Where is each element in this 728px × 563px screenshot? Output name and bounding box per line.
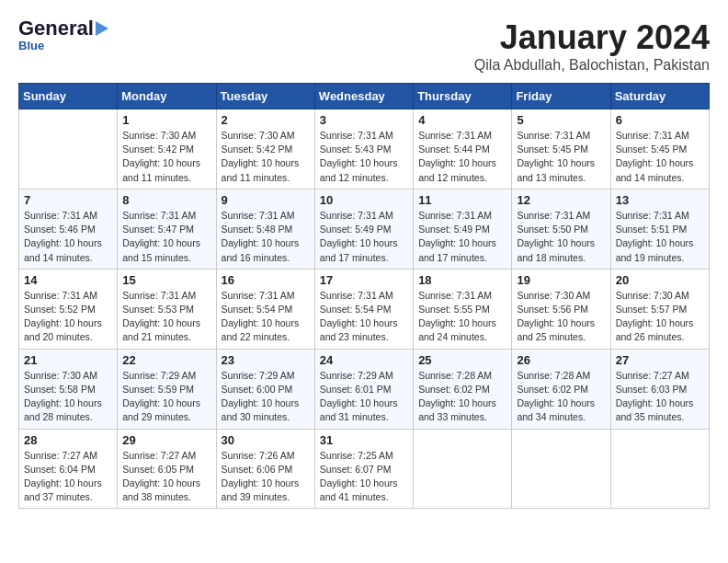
calendar-cell: 2Sunrise: 7:30 AM Sunset: 5:42 PM Daylig… [216,109,314,190]
day-number: 2 [222,113,310,127]
calendar-cell: 16Sunrise: 7:31 AM Sunset: 5:54 PM Dayli… [216,269,314,349]
day-info: Sunrise: 7:30 AM Sunset: 5:42 PM Dayligh… [122,129,210,185]
logo-text: General [18,18,94,39]
calendar-cell: 4Sunrise: 7:31 AM Sunset: 5:44 PM Daylig… [414,109,512,190]
calendar-cell: 27Sunrise: 7:27 AM Sunset: 6:03 PM Dayli… [610,349,709,429]
day-number: 27 [616,353,704,367]
calendar-week-row: 7Sunrise: 7:31 AM Sunset: 5:46 PM Daylig… [19,189,710,269]
day-number: 10 [320,193,408,207]
day-number: 18 [418,273,506,287]
header-friday: Friday [512,84,610,109]
day-info: Sunrise: 7:29 AM Sunset: 5:59 PM Dayligh… [122,369,210,425]
day-info: Sunrise: 7:30 AM Sunset: 5:58 PM Dayligh… [24,369,112,425]
day-number: 14 [24,273,112,287]
day-info: Sunrise: 7:31 AM Sunset: 5:51 PM Dayligh… [616,209,704,265]
day-info: Sunrise: 7:31 AM Sunset: 5:49 PM Dayligh… [320,209,408,265]
day-number: 22 [122,353,210,367]
day-info: Sunrise: 7:31 AM Sunset: 5:50 PM Dayligh… [517,209,605,265]
day-number: 9 [222,193,310,207]
day-number: 5 [517,113,605,127]
calendar-subtitle: Qila Abdullah, Balochistan, Pakistan [474,57,710,74]
day-info: Sunrise: 7:31 AM Sunset: 5:54 PM Dayligh… [320,289,408,345]
day-number: 11 [418,193,506,207]
day-info: Sunrise: 7:27 AM Sunset: 6:03 PM Dayligh… [616,369,704,425]
calendar-cell: 12Sunrise: 7:31 AM Sunset: 5:50 PM Dayli… [512,189,610,269]
day-number: 29 [122,433,210,447]
day-number: 23 [222,353,310,367]
day-number: 13 [616,193,704,207]
day-info: Sunrise: 7:27 AM Sunset: 6:04 PM Dayligh… [24,449,112,505]
header-tuesday: Tuesday [216,84,314,109]
day-number: 12 [517,193,605,207]
day-info: Sunrise: 7:27 AM Sunset: 6:05 PM Dayligh… [122,449,210,505]
header-saturday: Saturday [610,84,709,109]
calendar-cell: 24Sunrise: 7:29 AM Sunset: 6:01 PM Dayli… [314,349,413,429]
day-info: Sunrise: 7:31 AM Sunset: 5:43 PM Dayligh… [320,129,408,185]
calendar-title: January 2024 [474,18,710,57]
calendar-cell: 31Sunrise: 7:25 AM Sunset: 6:07 PM Dayli… [314,429,413,509]
calendar-cell: 7Sunrise: 7:31 AM Sunset: 5:46 PM Daylig… [19,189,118,269]
day-info: Sunrise: 7:31 AM Sunset: 5:45 PM Dayligh… [517,129,605,185]
calendar-cell [19,109,118,190]
calendar-cell [610,429,709,509]
calendar-cell: 17Sunrise: 7:31 AM Sunset: 5:54 PM Dayli… [314,269,413,349]
calendar-header-row: SundayMondayTuesdayWednesdayThursdayFrid… [19,84,710,109]
day-info: Sunrise: 7:30 AM Sunset: 5:42 PM Dayligh… [222,129,310,185]
day-number: 30 [222,433,310,447]
day-number: 26 [517,353,605,367]
day-info: Sunrise: 7:31 AM Sunset: 5:48 PM Dayligh… [222,209,310,265]
calendar-week-row: 21Sunrise: 7:30 AM Sunset: 5:58 PM Dayli… [19,349,710,429]
day-info: Sunrise: 7:31 AM Sunset: 5:54 PM Dayligh… [222,289,310,345]
calendar-cell: 9Sunrise: 7:31 AM Sunset: 5:48 PM Daylig… [216,189,314,269]
logo: General Blue [18,18,108,52]
calendar-cell: 23Sunrise: 7:29 AM Sunset: 6:00 PM Dayli… [216,349,314,429]
day-number: 15 [122,273,210,287]
header-monday: Monday [118,84,216,109]
calendar-cell: 5Sunrise: 7:31 AM Sunset: 5:45 PM Daylig… [512,109,610,190]
calendar-week-row: 1Sunrise: 7:30 AM Sunset: 5:42 PM Daylig… [19,109,710,190]
calendar-cell: 13Sunrise: 7:31 AM Sunset: 5:51 PM Dayli… [610,189,709,269]
day-info: Sunrise: 7:31 AM Sunset: 5:53 PM Dayligh… [122,289,210,345]
calendar-week-row: 14Sunrise: 7:31 AM Sunset: 5:52 PM Dayli… [19,269,710,349]
day-number: 21 [24,353,112,367]
calendar-cell: 30Sunrise: 7:26 AM Sunset: 6:06 PM Dayli… [216,429,314,509]
calendar-cell: 21Sunrise: 7:30 AM Sunset: 5:58 PM Dayli… [19,349,118,429]
calendar-cell: 28Sunrise: 7:27 AM Sunset: 6:04 PM Dayli… [19,429,118,509]
calendar-cell: 25Sunrise: 7:28 AM Sunset: 6:02 PM Dayli… [414,349,512,429]
day-info: Sunrise: 7:31 AM Sunset: 5:44 PM Dayligh… [418,129,506,185]
calendar-week-row: 28Sunrise: 7:27 AM Sunset: 6:04 PM Dayli… [19,429,710,509]
day-number: 25 [418,353,506,367]
day-info: Sunrise: 7:31 AM Sunset: 5:49 PM Dayligh… [418,209,506,265]
day-info: Sunrise: 7:31 AM Sunset: 5:45 PM Dayligh… [616,129,704,185]
day-info: Sunrise: 7:29 AM Sunset: 6:01 PM Dayligh… [320,369,408,425]
day-info: Sunrise: 7:26 AM Sunset: 6:06 PM Dayligh… [222,449,310,505]
day-number: 3 [320,113,408,127]
calendar-cell: 15Sunrise: 7:31 AM Sunset: 5:53 PM Dayli… [118,269,216,349]
day-number: 28 [24,433,112,447]
day-info: Sunrise: 7:31 AM Sunset: 5:47 PM Dayligh… [122,209,210,265]
calendar-cell: 10Sunrise: 7:31 AM Sunset: 5:49 PM Dayli… [314,189,413,269]
calendar-cell: 6Sunrise: 7:31 AM Sunset: 5:45 PM Daylig… [610,109,709,190]
calendar-cell: 18Sunrise: 7:31 AM Sunset: 5:55 PM Dayli… [414,269,512,349]
calendar-cell: 20Sunrise: 7:30 AM Sunset: 5:57 PM Dayli… [610,269,709,349]
day-number: 20 [616,273,704,287]
day-number: 16 [222,273,310,287]
calendar-cell: 3Sunrise: 7:31 AM Sunset: 5:43 PM Daylig… [314,109,413,190]
day-info: Sunrise: 7:28 AM Sunset: 6:02 PM Dayligh… [418,369,506,425]
calendar-cell [414,429,512,509]
day-number: 19 [517,273,605,287]
day-info: Sunrise: 7:31 AM Sunset: 5:46 PM Dayligh… [24,209,112,265]
title-block: January 2024 Qila Abdullah, Balochistan,… [474,18,710,74]
day-info: Sunrise: 7:31 AM Sunset: 5:55 PM Dayligh… [418,289,506,345]
day-number: 6 [616,113,704,127]
calendar-cell: 14Sunrise: 7:31 AM Sunset: 5:52 PM Dayli… [19,269,118,349]
calendar-cell: 8Sunrise: 7:31 AM Sunset: 5:47 PM Daylig… [118,189,216,269]
day-number: 4 [418,113,506,127]
day-info: Sunrise: 7:28 AM Sunset: 6:02 PM Dayligh… [517,369,605,425]
day-info: Sunrise: 7:30 AM Sunset: 5:56 PM Dayligh… [517,289,605,345]
day-number: 1 [122,113,210,127]
header-wednesday: Wednesday [314,84,413,109]
logo-arrow-icon [96,21,108,36]
logo-sub: Blue [18,39,44,52]
calendar-cell: 1Sunrise: 7:30 AM Sunset: 5:42 PM Daylig… [118,109,216,190]
